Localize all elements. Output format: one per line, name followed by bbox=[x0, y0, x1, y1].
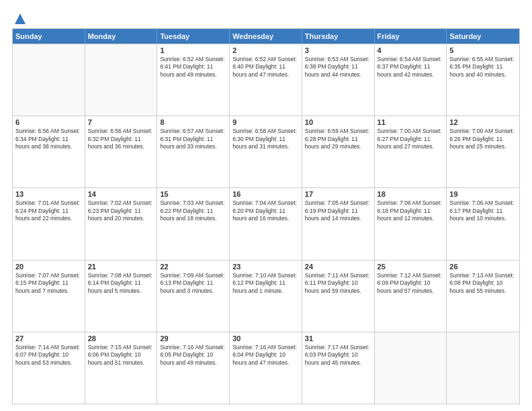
calendar-cell: 29Sunrise: 7:16 AM Sunset: 6:05 PM Dayli… bbox=[157, 332, 230, 404]
day-number: 1 bbox=[160, 46, 226, 54]
calendar-row: 6Sunrise: 6:56 AM Sunset: 6:34 PM Daylig… bbox=[13, 116, 519, 187]
day-number: 6 bbox=[15, 118, 82, 126]
day-content: Sunrise: 6:55 AM Sunset: 6:35 PM Dayligh… bbox=[449, 56, 517, 79]
calendar-cell: 24Sunrise: 7:11 AM Sunset: 6:11 PM Dayli… bbox=[302, 261, 375, 332]
calendar-cell: 8Sunrise: 6:57 AM Sunset: 6:31 PM Daylig… bbox=[157, 116, 230, 187]
calendar-cell: 28Sunrise: 7:15 AM Sunset: 6:06 PM Dayli… bbox=[85, 332, 158, 404]
day-content: Sunrise: 6:56 AM Sunset: 6:32 PM Dayligh… bbox=[88, 128, 154, 150]
day-content: Sunrise: 7:12 AM Sunset: 6:09 PM Dayligh… bbox=[378, 272, 444, 295]
calendar-header: SundayMondayTuesdayWednesdayThursdayFrid… bbox=[13, 29, 519, 44]
calendar-cell: 11Sunrise: 7:00 AM Sunset: 6:27 PM Dayli… bbox=[375, 116, 447, 187]
header-cell-wednesday: Wednesday bbox=[230, 29, 302, 44]
day-number: 17 bbox=[305, 190, 371, 198]
day-content: Sunrise: 6:52 AM Sunset: 6:41 PM Dayligh… bbox=[160, 56, 226, 79]
logo-text bbox=[12, 12, 28, 26]
header-cell-monday: Monday bbox=[85, 29, 158, 44]
day-number: 9 bbox=[232, 118, 299, 126]
calendar-cell bbox=[375, 332, 447, 404]
day-number: 19 bbox=[449, 190, 517, 198]
calendar: SundayMondayTuesdayWednesdayThursdayFrid… bbox=[12, 28, 520, 404]
calendar-cell: 1Sunrise: 6:52 AM Sunset: 6:41 PM Daylig… bbox=[157, 44, 230, 116]
header-cell-thursday: Thursday bbox=[302, 29, 375, 44]
calendar-cell: 9Sunrise: 6:58 AM Sunset: 6:30 PM Daylig… bbox=[230, 116, 302, 187]
day-number: 24 bbox=[305, 263, 371, 271]
calendar-cell: 26Sunrise: 7:13 AM Sunset: 6:08 PM Dayli… bbox=[447, 261, 519, 332]
day-content: Sunrise: 7:17 AM Sunset: 6:03 PM Dayligh… bbox=[305, 344, 371, 367]
calendar-cell: 17Sunrise: 7:05 AM Sunset: 6:19 PM Dayli… bbox=[302, 188, 375, 259]
day-content: Sunrise: 7:08 AM Sunset: 6:14 PM Dayligh… bbox=[88, 272, 154, 295]
day-content: Sunrise: 7:10 AM Sunset: 6:12 PM Dayligh… bbox=[232, 272, 299, 295]
day-number: 7 bbox=[88, 118, 154, 126]
header-cell-sunday: Sunday bbox=[13, 29, 85, 44]
header-cell-tuesday: Tuesday bbox=[157, 29, 230, 44]
svg-marker-0 bbox=[15, 13, 26, 24]
day-content: Sunrise: 7:04 AM Sunset: 6:20 PM Dayligh… bbox=[232, 199, 299, 222]
day-number: 30 bbox=[232, 334, 299, 342]
day-content: Sunrise: 7:06 AM Sunset: 6:17 PM Dayligh… bbox=[449, 199, 517, 222]
day-content: Sunrise: 7:02 AM Sunset: 6:23 PM Dayligh… bbox=[88, 199, 154, 222]
day-content: Sunrise: 7:16 AM Sunset: 6:04 PM Dayligh… bbox=[232, 344, 299, 367]
calendar-row: 13Sunrise: 7:01 AM Sunset: 6:24 PM Dayli… bbox=[13, 187, 519, 259]
day-content: Sunrise: 7:05 AM Sunset: 6:19 PM Dayligh… bbox=[305, 199, 371, 222]
header-cell-friday: Friday bbox=[375, 29, 447, 44]
header-cell-saturday: Saturday bbox=[447, 29, 519, 44]
day-content: Sunrise: 7:09 AM Sunset: 6:13 PM Dayligh… bbox=[160, 272, 226, 295]
day-number: 12 bbox=[449, 118, 517, 126]
day-number: 27 bbox=[15, 334, 82, 342]
calendar-cell: 2Sunrise: 6:52 AM Sunset: 6:40 PM Daylig… bbox=[230, 44, 302, 116]
day-content: Sunrise: 7:01 AM Sunset: 6:24 PM Dayligh… bbox=[15, 199, 82, 222]
day-content: Sunrise: 6:53 AM Sunset: 6:38 PM Dayligh… bbox=[305, 56, 371, 79]
day-content: Sunrise: 7:15 AM Sunset: 6:06 PM Dayligh… bbox=[88, 344, 154, 367]
calendar-row: 1Sunrise: 6:52 AM Sunset: 6:41 PM Daylig… bbox=[13, 44, 519, 116]
calendar-row: 27Sunrise: 7:14 AM Sunset: 6:07 PM Dayli… bbox=[13, 332, 519, 404]
calendar-cell: 13Sunrise: 7:01 AM Sunset: 6:24 PM Dayli… bbox=[13, 188, 85, 259]
calendar-cell bbox=[85, 44, 158, 116]
day-number: 11 bbox=[378, 118, 444, 126]
calendar-cell: 20Sunrise: 7:07 AM Sunset: 6:15 PM Dayli… bbox=[13, 261, 85, 332]
calendar-cell: 6Sunrise: 6:56 AM Sunset: 6:34 PM Daylig… bbox=[13, 116, 85, 187]
day-content: Sunrise: 7:03 AM Sunset: 6:22 PM Dayligh… bbox=[160, 199, 226, 222]
header bbox=[12, 12, 520, 23]
day-number: 16 bbox=[232, 190, 299, 198]
logo bbox=[12, 12, 28, 23]
day-number: 2 bbox=[232, 46, 299, 54]
day-content: Sunrise: 6:58 AM Sunset: 6:30 PM Dayligh… bbox=[232, 128, 299, 150]
day-content: Sunrise: 7:00 AM Sunset: 6:26 PM Dayligh… bbox=[449, 128, 517, 150]
day-number: 3 bbox=[305, 46, 371, 54]
day-content: Sunrise: 6:54 AM Sunset: 6:37 PM Dayligh… bbox=[378, 56, 444, 79]
day-number: 31 bbox=[305, 334, 371, 342]
calendar-cell: 31Sunrise: 7:17 AM Sunset: 6:03 PM Dayli… bbox=[302, 332, 375, 404]
calendar-cell: 3Sunrise: 6:53 AM Sunset: 6:38 PM Daylig… bbox=[302, 44, 375, 116]
day-content: Sunrise: 6:57 AM Sunset: 6:31 PM Dayligh… bbox=[160, 128, 226, 150]
day-content: Sunrise: 7:11 AM Sunset: 6:11 PM Dayligh… bbox=[305, 272, 371, 295]
calendar-cell bbox=[13, 44, 85, 116]
logo-icon bbox=[13, 12, 27, 26]
day-content: Sunrise: 7:06 AM Sunset: 6:18 PM Dayligh… bbox=[378, 199, 444, 222]
calendar-cell: 4Sunrise: 6:54 AM Sunset: 6:37 PM Daylig… bbox=[375, 44, 447, 116]
calendar-body: 1Sunrise: 6:52 AM Sunset: 6:41 PM Daylig… bbox=[13, 44, 519, 404]
calendar-cell: 18Sunrise: 7:06 AM Sunset: 6:18 PM Dayli… bbox=[375, 188, 447, 259]
day-number: 29 bbox=[160, 334, 226, 342]
calendar-cell: 19Sunrise: 7:06 AM Sunset: 6:17 PM Dayli… bbox=[447, 188, 519, 259]
day-number: 20 bbox=[15, 263, 82, 271]
day-number: 22 bbox=[160, 263, 226, 271]
calendar-cell: 15Sunrise: 7:03 AM Sunset: 6:22 PM Dayli… bbox=[157, 188, 230, 259]
day-number: 5 bbox=[449, 46, 517, 54]
day-content: Sunrise: 7:16 AM Sunset: 6:05 PM Dayligh… bbox=[160, 344, 226, 367]
calendar-cell: 7Sunrise: 6:56 AM Sunset: 6:32 PM Daylig… bbox=[85, 116, 158, 187]
calendar-cell: 16Sunrise: 7:04 AM Sunset: 6:20 PM Dayli… bbox=[230, 188, 302, 259]
calendar-cell: 23Sunrise: 7:10 AM Sunset: 6:12 PM Dayli… bbox=[230, 261, 302, 332]
day-number: 14 bbox=[88, 190, 154, 198]
calendar-cell: 25Sunrise: 7:12 AM Sunset: 6:09 PM Dayli… bbox=[375, 261, 447, 332]
day-number: 23 bbox=[232, 263, 299, 271]
day-content: Sunrise: 7:14 AM Sunset: 6:07 PM Dayligh… bbox=[15, 344, 82, 367]
day-number: 15 bbox=[160, 190, 226, 198]
day-content: Sunrise: 6:56 AM Sunset: 6:34 PM Dayligh… bbox=[15, 128, 82, 150]
calendar-cell: 10Sunrise: 6:59 AM Sunset: 6:28 PM Dayli… bbox=[302, 116, 375, 187]
day-content: Sunrise: 7:00 AM Sunset: 6:27 PM Dayligh… bbox=[378, 128, 444, 150]
calendar-row: 20Sunrise: 7:07 AM Sunset: 6:15 PM Dayli… bbox=[13, 260, 519, 332]
calendar-cell: 12Sunrise: 7:00 AM Sunset: 6:26 PM Dayli… bbox=[447, 116, 519, 187]
day-number: 21 bbox=[88, 263, 154, 271]
day-number: 18 bbox=[378, 190, 444, 198]
calendar-cell: 30Sunrise: 7:16 AM Sunset: 6:04 PM Dayli… bbox=[230, 332, 302, 404]
